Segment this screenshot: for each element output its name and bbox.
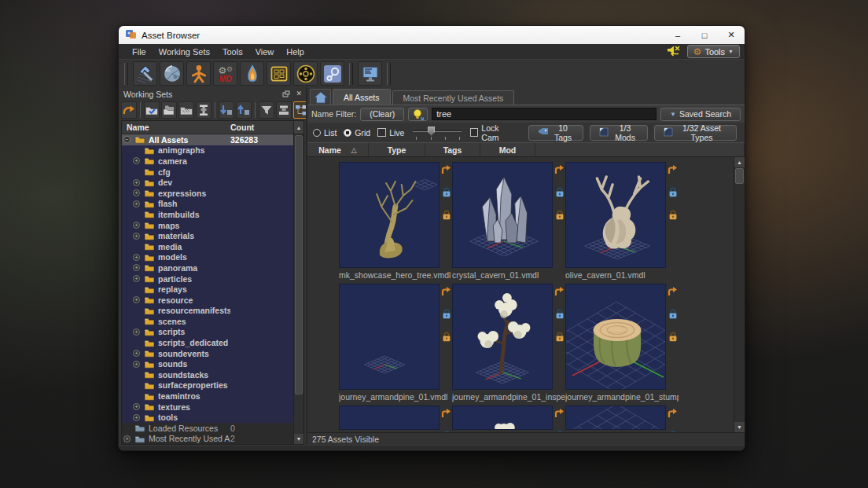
tree-row-tools[interactable]: +tools (122, 412, 293, 423)
refresh-button[interactable] (121, 101, 137, 119)
expander-icon[interactable]: + (123, 435, 131, 442)
asset-card-journey-armandpine-01-vmdl[interactable]: journey_armandpine_01.vmdl (339, 284, 452, 405)
expander-icon[interactable]: + (133, 157, 140, 164)
lock-icon-orange[interactable] (442, 209, 451, 223)
tab-most-recently-used-assets[interactable]: Most Recently Used Assets (392, 90, 515, 105)
lock-icon-blue[interactable] (668, 186, 678, 200)
tree-row-resourcemanifests[interactable]: +resourcemanifests (122, 306, 293, 317)
tree-row-maps[interactable]: +maps (122, 220, 293, 231)
scroll-up-button[interactable]: ▲ (734, 157, 745, 167)
tree-row-resource[interactable]: +resource (122, 295, 293, 306)
scroll-up-button[interactable]: ▲ (293, 121, 303, 134)
lock-icon-orange[interactable] (555, 209, 565, 223)
tree-row-all-assets[interactable]: −All Assets326283 (122, 134, 293, 145)
close-panel-icon[interactable]: ✕ (296, 90, 302, 97)
tree-row-media[interactable]: +media (122, 241, 293, 252)
lock-cam-checkbox[interactable]: Lock Cam (470, 123, 513, 142)
filter-button-1-3-mods[interactable]: 1/3 Mods (590, 125, 648, 141)
menu-tools[interactable]: Tools (217, 46, 248, 58)
tree-row-surfaceproperties[interactable]: +surfaceproperties (122, 380, 293, 391)
tree-row-soundevents[interactable]: +soundevents (122, 348, 293, 359)
asset-card-journey-armandpine-01-stump-vmdl[interactable]: journey_armandpine_01_stump.vmdl (565, 284, 679, 405)
import-asset-button[interactable] (219, 101, 234, 119)
asset-thumbnail[interactable] (452, 162, 553, 268)
open-in-editor-icon[interactable] (554, 163, 565, 178)
filter-button-10-tags[interactable]: 10 Tags (528, 125, 583, 141)
tree-row-soundstacks[interactable]: +soundstacks (122, 369, 293, 380)
expander-icon[interactable]: + (133, 361, 140, 368)
expander-icon[interactable]: + (133, 200, 140, 207)
lock-icon-blue[interactable] (442, 430, 451, 432)
asset-card-journey-armandpine-01-inspector-vmdl[interactable]: journey_armandpine_01_inspector.vmdl (452, 284, 565, 405)
open-in-editor-icon[interactable] (668, 285, 678, 299)
lock-icon-orange[interactable] (668, 331, 678, 345)
expander-icon[interactable]: + (133, 275, 140, 282)
column-header-name[interactable]: Name (122, 123, 230, 132)
tree-row-camera[interactable]: +camera (122, 156, 293, 167)
expander-icon[interactable]: + (133, 179, 140, 186)
lock-icon-blue[interactable] (555, 430, 565, 432)
grid-scrollbar-thumb[interactable] (735, 168, 744, 184)
open-in-editor-icon[interactable] (668, 407, 678, 421)
tree-row-most-recently-used-assets[interactable]: +Most Recently Used Assets2 (122, 434, 293, 444)
tree-row-expressions[interactable]: +expressions (122, 188, 293, 199)
column-header-type[interactable]: Type (369, 143, 425, 156)
asset-card-mk-showcase-hero-tree-vmdl[interactable]: mk_showcase_hero_tree.vmdl (339, 162, 452, 284)
menu-file[interactable]: File (127, 46, 152, 58)
folder-copy-button[interactable] (161, 101, 177, 119)
lock-icon-blue[interactable] (555, 308, 565, 322)
menu-view[interactable]: View (250, 46, 280, 58)
export-asset-button[interactable] (236, 101, 252, 119)
minimize-button[interactable]: – (664, 26, 691, 44)
lock-icon-orange[interactable] (442, 331, 451, 345)
column-header-count[interactable]: Count (230, 123, 293, 132)
funnel-button[interactable] (259, 101, 274, 119)
home-button[interactable] (310, 89, 331, 105)
tree-scrollbar-track[interactable]: ▼ (293, 134, 303, 444)
expander-icon[interactable]: + (133, 414, 140, 421)
asset-thumbnail[interactable] (565, 284, 666, 390)
open-in-editor-icon[interactable] (554, 285, 565, 299)
clear-filter-button[interactable]: (Clear) (360, 108, 404, 121)
live-checkbox[interactable]: Live (377, 128, 404, 138)
tab-all-assets[interactable]: All Assets (333, 89, 391, 105)
lightbulb-button[interactable] (408, 108, 428, 121)
expander-icon[interactable]: + (133, 222, 140, 229)
expander-icon[interactable]: + (133, 233, 140, 240)
column-header-mod[interactable]: Mod (480, 143, 535, 156)
name-filter-input[interactable] (432, 108, 657, 120)
asset-thumbnail[interactable] (452, 405, 553, 430)
slider-handle[interactable] (428, 127, 435, 136)
modeldoc-editor-button[interactable]: ⚙⚙MD (213, 61, 237, 86)
tree-row-cfg[interactable]: +cfg (122, 167, 293, 178)
thumbnail-size-slider[interactable] (413, 126, 462, 140)
tree-row-dev[interactable]: +dev (122, 177, 293, 188)
particle-editor-button[interactable] (240, 61, 264, 86)
lock-icon-blue[interactable] (668, 308, 678, 322)
lock-icon-blue[interactable] (668, 430, 678, 432)
open-in-editor-icon[interactable] (441, 407, 451, 421)
tree-row-sounds[interactable]: +sounds (122, 358, 293, 369)
filter-button-1-32-asset-types[interactable]: 1/32 Asset Types (654, 125, 737, 141)
open-in-editor-icon[interactable] (668, 163, 678, 178)
asset-card[interactable] (452, 405, 565, 431)
asset-thumbnail[interactable] (339, 284, 440, 390)
asset-card-crystal-cavern-01-vmdl[interactable]: crystal_cavern_01.vmdl (452, 162, 565, 284)
expander-icon[interactable]: + (133, 350, 140, 357)
steam-button[interactable] (320, 61, 344, 86)
tree-row-flash[interactable]: +flash (122, 199, 293, 210)
open-in-editor-icon[interactable] (441, 163, 451, 178)
list-view-radio[interactable]: List (313, 128, 337, 138)
asset-thumbnail[interactable] (565, 405, 666, 430)
asset-card-olive-cavern-01-vmdl[interactable]: olive_cavern_01.vmdl (565, 162, 679, 284)
asset-thumbnail[interactable] (565, 162, 666, 268)
expander-icon[interactable]: + (133, 264, 140, 271)
tree-row-replays[interactable]: +replays (122, 284, 293, 295)
lock-icon-blue[interactable] (442, 308, 451, 322)
clamp-button[interactable] (196, 101, 211, 119)
expander-icon[interactable]: + (133, 254, 140, 261)
menu-working-sets[interactable]: Working Sets (153, 46, 215, 58)
tree-scrollbar-thumb[interactable] (295, 135, 303, 394)
open-in-editor-icon[interactable] (554, 407, 565, 421)
press-button[interactable] (276, 101, 292, 119)
